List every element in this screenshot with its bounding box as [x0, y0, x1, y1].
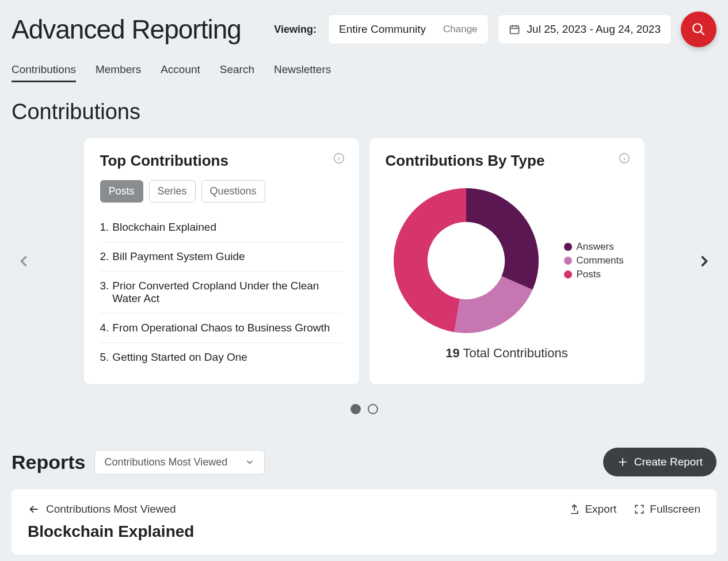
export-icon	[569, 503, 580, 515]
list-item-label: Prior Converted Cropland Under the Clean…	[112, 280, 342, 305]
legend-label: Comments	[577, 255, 624, 266]
scope-value: Entire Community	[339, 23, 426, 36]
info-icon[interactable]	[333, 152, 345, 165]
donut-slice-comments	[454, 276, 532, 333]
contributions-by-type-card: Contributions By Type AnswersCommentsPos…	[369, 138, 645, 384]
arrow-left-icon	[28, 503, 40, 516]
legend-dot	[564, 270, 572, 278]
tab-search[interactable]: Search	[220, 63, 254, 82]
list-item[interactable]: 3.Prior Converted Cropland Under the Cle…	[100, 272, 343, 314]
plus-icon	[617, 456, 628, 468]
chevron-left-icon	[16, 253, 32, 269]
viewing-label: Viewing:	[274, 24, 317, 36]
breadcrumb[interactable]: Contributions Most Viewed	[28, 503, 176, 516]
breadcrumb-label: Contributions Most Viewed	[46, 503, 176, 516]
list-item-index: 5.	[100, 351, 109, 364]
list-item-index: 3.	[100, 280, 109, 305]
page-title: Advanced Reporting	[12, 14, 265, 45]
report-item-title: Blockchain Explained	[28, 522, 700, 541]
pager-dot[interactable]	[368, 404, 378, 414]
list-item-index: 4.	[100, 322, 109, 334]
carousel-pager	[12, 404, 716, 414]
list-item-label: Getting Started on Day One	[112, 351, 247, 364]
carousel-prev-button[interactable]	[12, 244, 37, 278]
search-button[interactable]	[681, 12, 716, 47]
donut-slice-answers	[466, 188, 539, 290]
legend-dot	[564, 243, 572, 251]
tab-members[interactable]: Members	[96, 63, 141, 82]
create-report-label: Create Report	[634, 456, 703, 468]
card-title: Contributions By Type	[386, 152, 628, 170]
fullscreen-button[interactable]: Fullscreen	[634, 503, 700, 516]
reports-select-value: Contributions Most Viewed	[104, 456, 227, 468]
tabs: ContributionsMembersAccountSearchNewslet…	[12, 63, 716, 82]
chevron-right-icon	[696, 253, 712, 269]
donut-slice-posts	[394, 188, 466, 332]
reports-select[interactable]: Contributions Most Viewed	[94, 450, 265, 475]
list-item[interactable]: 4.From Operational Chaos to Business Gro…	[100, 314, 343, 343]
donut-chart	[386, 180, 547, 341]
fullscreen-icon	[634, 503, 645, 515]
info-icon[interactable]	[618, 152, 631, 165]
date-range-value: Jul 25, 2023 - Aug 24, 2023	[527, 23, 661, 36]
date-range-picker[interactable]: Jul 25, 2023 - Aug 24, 2023	[498, 14, 672, 44]
list-item-label: From Operational Chaos to Business Growt…	[112, 322, 330, 334]
export-label: Export	[585, 503, 616, 516]
top-contributions-card: Top Contributions PostsSeriesQuestions 1…	[84, 138, 359, 384]
export-button[interactable]: Export	[569, 503, 616, 516]
filter-questions[interactable]: Questions	[201, 180, 265, 203]
legend-item: Comments	[564, 255, 624, 266]
filter-posts[interactable]: Posts	[100, 180, 143, 203]
fullscreen-label: Fullscreen	[650, 503, 700, 516]
legend-label: Answers	[577, 241, 614, 253]
filter-series[interactable]: Series	[149, 180, 196, 203]
scope-selector[interactable]: Entire Community Change	[328, 14, 489, 44]
list-item-index: 1.	[100, 221, 109, 234]
tab-newsletters[interactable]: Newsletters	[274, 63, 331, 82]
carousel-next-button[interactable]	[691, 244, 716, 278]
list-item-label: Bill Payment System Guide	[112, 250, 245, 263]
report-panel: Contributions Most Viewed Export Fullscr…	[12, 489, 716, 555]
list-item[interactable]: 5.Getting Started on Day One	[100, 343, 343, 372]
section-title: Contributions	[12, 100, 716, 124]
tab-account[interactable]: Account	[161, 63, 200, 82]
svg-rect-0	[510, 26, 519, 33]
total-label: Total Contributions	[463, 346, 567, 360]
chart-legend: AnswersCommentsPosts	[564, 239, 624, 283]
pager-dot[interactable]	[350, 404, 361, 414]
reports-title: Reports	[12, 451, 85, 474]
list-item-label: Blockchain Explained	[112, 221, 216, 234]
legend-item: Answers	[564, 241, 624, 253]
legend-item: Posts	[564, 269, 624, 280]
legend-label: Posts	[577, 269, 601, 280]
svg-point-1	[693, 24, 702, 32]
list-item[interactable]: 2.Bill Payment System Guide	[100, 242, 343, 272]
total-value: 19	[445, 346, 459, 360]
change-link[interactable]: Change	[443, 24, 478, 35]
chart-caption: 19 Total Contributions	[386, 346, 628, 361]
list-item-index: 2.	[100, 250, 109, 263]
calendar-icon	[509, 24, 520, 35]
chevron-down-icon	[245, 457, 255, 467]
tab-contributions[interactable]: Contributions	[12, 63, 76, 82]
create-report-button[interactable]: Create Report	[603, 448, 716, 476]
legend-dot	[564, 257, 572, 265]
list-item[interactable]: 1.Blockchain Explained	[100, 213, 343, 242]
card-title: Top Contributions	[100, 152, 343, 170]
search-icon	[691, 22, 706, 37]
